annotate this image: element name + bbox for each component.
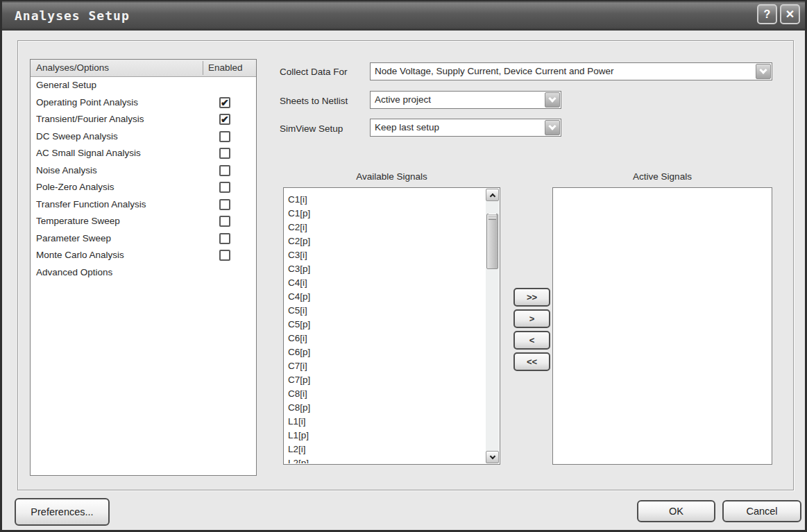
analysis-label: AC Small Signal Analysis [31, 148, 141, 158]
close-icon: ✕ [785, 8, 795, 21]
dropdown-arrow-icon[interactable] [545, 120, 560, 135]
simview-setup-select[interactable]: Keep last setup [370, 119, 561, 137]
scroll-down-button[interactable] [486, 451, 499, 463]
sheets-to-netlist-select[interactable]: Active project [370, 91, 561, 109]
analyses-row[interactable]: Operating Point Analysis [31, 94, 256, 112]
signal-item[interactable]: L2[p] [288, 456, 485, 463]
enabled-checkbox[interactable] [219, 97, 230, 108]
scroll-up-icon [489, 194, 495, 199]
enabled-checkbox[interactable] [219, 233, 230, 244]
enabled-checkbox[interactable] [219, 148, 230, 159]
analyses-row[interactable]: Parameter Sweep [31, 230, 256, 248]
move-left-button[interactable]: < [513, 331, 550, 350]
column-analyses-options: Analyses/Options [31, 62, 109, 73]
list-header: Analyses/Options Enabled [31, 60, 256, 77]
move-all-left-button[interactable]: << [513, 352, 550, 371]
signal-item[interactable]: C5[p] [288, 318, 485, 332]
analyses-row[interactable]: Monte Carlo Analysis [31, 247, 256, 264]
signal-item[interactable]: C6[i] [288, 332, 485, 345]
title-bar[interactable]: Analyses Setup ? ✕ [2, 0, 805, 31]
analysis-label: Pole-Zero Analysis [31, 182, 114, 192]
signal-item[interactable]: C8[i] [288, 387, 485, 401]
collect-data-for-select[interactable]: Node Voltage, Supply Current, Device Cur… [370, 62, 772, 80]
analysis-label: Advanced Options [31, 267, 112, 277]
signal-item[interactable]: C6[p] [288, 345, 485, 359]
enabled-checkbox[interactable] [219, 131, 230, 142]
analyses-rows: General SetupOperating Point AnalysisTra… [31, 77, 256, 281]
column-enabled: Enabled [208, 60, 243, 76]
analyses-row[interactable]: General Setup [31, 77, 256, 94]
simview-setup-value: Keep last setup [371, 119, 561, 136]
dropdown-arrow-icon[interactable] [545, 92, 560, 108]
signal-item[interactable]: C1[p] [288, 207, 485, 221]
collect-data-for-label: Collect Data For [280, 67, 348, 77]
available-signal-items: C1[i]C1[p]C2[i]C2[p]C3[i]C3[p]C4[i]C4[p]… [284, 189, 485, 463]
active-signal-items [554, 189, 757, 463]
analyses-setup-dialog: Analyses Setup ? ✕ Analyses/Options Enab… [0, 0, 807, 532]
help-button[interactable]: ? [757, 4, 777, 24]
scrollbar[interactable] [486, 189, 499, 463]
signal-item[interactable]: L1[i] [288, 415, 485, 429]
scroll-up-button[interactable] [486, 189, 499, 201]
signal-item[interactable]: C1[i] [288, 193, 485, 207]
signal-item[interactable]: C4[i] [288, 276, 485, 290]
analyses-row[interactable]: Temperature Sweep [31, 213, 256, 230]
analysis-label: Operating Point Analysis [31, 97, 138, 108]
enabled-checkbox[interactable] [219, 199, 230, 210]
signal-item[interactable]: C4[p] [288, 290, 485, 304]
enabled-checkbox[interactable] [219, 165, 230, 176]
available-signals-label: Available Signals [283, 171, 500, 182]
dropdown-arrow-icon[interactable] [756, 64, 771, 79]
close-button[interactable]: ✕ [780, 4, 800, 24]
signal-item[interactable]: C5[i] [288, 304, 485, 318]
analyses-row[interactable]: DC Sweep Analysis [31, 128, 256, 146]
move-all-right-button[interactable]: >> [513, 288, 550, 307]
scroll-down-icon [489, 454, 495, 459]
analyses-options-list[interactable]: Analyses/Options Enabled General SetupOp… [30, 59, 257, 476]
signal-item[interactable]: L1[p] [288, 429, 485, 443]
signal-item[interactable]: C3[i] [288, 248, 485, 262]
ok-button[interactable]: OK [637, 500, 715, 522]
collect-data-for-value: Node Voltage, Supply Current, Device Cur… [371, 63, 772, 80]
analysis-label: Transfer Function Analysis [31, 199, 146, 209]
simview-setup-label: SimView Setup [280, 123, 343, 134]
enabled-checkbox[interactable] [219, 216, 230, 227]
analyses-row[interactable]: Noise Analysis [31, 162, 256, 180]
enabled-checkbox[interactable] [219, 250, 230, 261]
sheets-to-netlist-value: Active project [371, 92, 561, 108]
analysis-label: Noise Analysis [31, 165, 97, 175]
analysis-label: Monte Carlo Analysis [31, 250, 124, 260]
analysis-label: Transient/Fourier Analysis [31, 114, 144, 124]
enabled-checkbox[interactable] [219, 114, 230, 125]
analyses-row[interactable]: Transfer Function Analysis [31, 196, 256, 214]
analyses-row[interactable]: Transient/Fourier Analysis [31, 111, 256, 128]
signal-item[interactable]: C2[i] [288, 221, 485, 234]
analyses-row[interactable]: AC Small Signal Analysis [31, 145, 256, 162]
titlebar-buttons: ? ✕ [757, 4, 800, 24]
analysis-label: DC Sweep Analysis [31, 131, 118, 141]
analyses-row[interactable]: Advanced Options [31, 264, 256, 282]
analysis-label: Parameter Sweep [31, 233, 111, 243]
signal-item[interactable]: C3[p] [288, 262, 485, 276]
column-divider [203, 61, 203, 75]
signal-item[interactable]: C8[p] [288, 401, 485, 415]
scroll-thumb-grip [489, 214, 496, 220]
available-signals-list[interactable]: C1[i]C1[p]C2[i]C2[p]C3[i]C3[p]C4[i]C4[p]… [283, 187, 500, 465]
signal-item[interactable]: L2[i] [288, 443, 485, 456]
transfer-buttons: >>><<< [513, 288, 550, 371]
preferences-button[interactable]: Preferences... [15, 498, 110, 526]
signal-item[interactable]: C7[i] [288, 359, 485, 373]
signal-item[interactable]: C7[p] [288, 373, 485, 387]
signal-item[interactable]: C2[p] [288, 234, 485, 248]
enabled-checkbox[interactable] [219, 182, 230, 193]
move-right-button[interactable]: > [513, 309, 550, 328]
active-signals-list[interactable] [552, 187, 772, 465]
analysis-label: Temperature Sweep [31, 216, 120, 226]
analyses-row[interactable]: Pole-Zero Analysis [31, 179, 256, 196]
active-signals-label: Active Signals [552, 171, 772, 182]
scroll-thumb[interactable] [486, 214, 498, 269]
help-icon: ? [764, 8, 771, 21]
cancel-button[interactable]: Cancel [722, 500, 801, 522]
analysis-label: General Setup [31, 80, 96, 90]
window-title: Analyses Setup [15, 8, 130, 23]
